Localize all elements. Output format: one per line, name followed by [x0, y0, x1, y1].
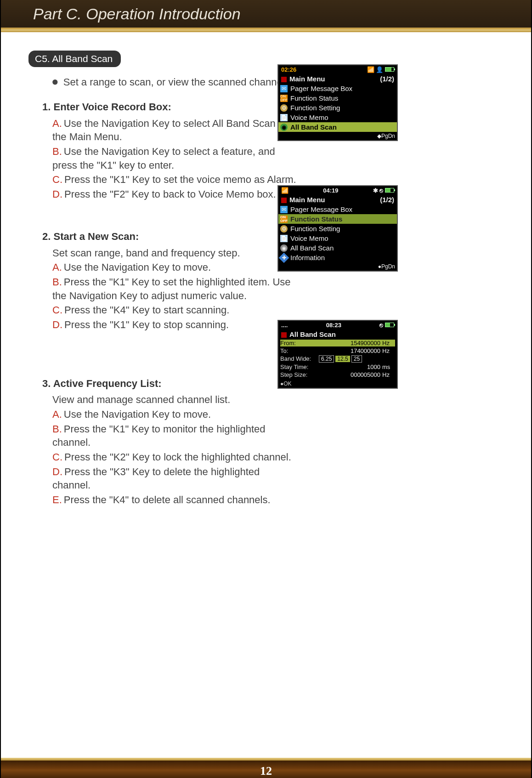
menu-item-func-setting[interactable]: ⚙Function Setting: [278, 224, 397, 233]
menu-item-pager[interactable]: ✉Pager Message Box: [278, 84, 397, 93]
step-2-b: B.Press the "K1" Key to set the highligh…: [52, 275, 300, 302]
info-icon: ✖: [279, 252, 289, 263]
step-1-c: C.Press the "K1" Key to set the voice me…: [52, 173, 300, 187]
step-3-d: D.Press the "K3" Key to delete the highl…: [52, 465, 300, 492]
menu-item-voice-memo[interactable]: 📄Voice Memo: [278, 113, 397, 122]
onoff-icon: ONOFF: [280, 216, 288, 223]
menu-item-pager[interactable]: ✉Pager Message Box: [278, 204, 397, 214]
step-1-heading: 1. Enter Voice Record Box:: [42, 100, 300, 114]
step-3-e: E.Press the "K4" to delete all scanned c…: [52, 493, 300, 507]
step-3-heading: 3. Active Frequency List:: [42, 377, 300, 391]
title-square-icon: [281, 332, 287, 338]
page-number: 12: [1, 764, 531, 778]
status-bar: 02:26 📶 👤: [278, 65, 397, 74]
memo-icon: 📄: [280, 114, 288, 121]
step-2: 2. Start a New Scan: Set scan range, ban…: [42, 230, 300, 332]
step-2-c: C.Press the "K4" Key to start scanning.: [52, 303, 300, 317]
gear-icon: ⚙: [280, 104, 288, 112]
step-2-heading: 2. Start a New Scan:: [42, 230, 300, 244]
screen-title-bar: Main Menu (1/2): [278, 195, 397, 204]
page-content: C5. All Band Scan ● Set a range to scan,…: [1, 32, 531, 507]
screen-title-bar: All Band Scan: [278, 329, 397, 339]
menu-item-voice-memo[interactable]: 📄Voice Memo: [278, 233, 397, 243]
menu-item-func-status[interactable]: ONOFFFunction Status: [278, 93, 397, 103]
status-time: 04:19: [323, 187, 338, 194]
onoff-icon: ONOFF: [280, 95, 288, 102]
step-3-c: C.Press the "K2" Key to lock the highlig…: [52, 450, 300, 464]
step-1-a: A.Use the Navigation Key to select All B…: [52, 117, 300, 144]
step-2-desc: Set scan range, band and frequency step.: [52, 246, 300, 260]
scan-icon: ◉: [280, 124, 288, 131]
memo-icon: 📄: [280, 235, 288, 242]
page-footer: 12: [1, 758, 531, 778]
bw-opt-2[interactable]: 25: [351, 355, 362, 363]
bullet-icon: ●: [51, 75, 59, 89]
screen-title: Main Menu: [289, 75, 325, 83]
screenshot-main-menu-2: 📶 04:19 ✱ ⎋ Main Menu (1/2) ✉Pager Messa…: [277, 185, 398, 272]
menu-item-func-status[interactable]: ONOFFFunction Status: [278, 214, 397, 224]
row-step-size[interactable]: Step Size: 000005000 Hz: [278, 371, 397, 379]
step-1: 1. Enter Voice Record Box: A.Use the Nav…: [42, 100, 300, 201]
step-3-desc: View and manage scanned channel list.: [52, 393, 300, 407]
battery-icon: [385, 323, 394, 327]
section-tag: C5. All Band Scan: [28, 51, 121, 67]
header-title: Part C. Operation Introduction: [33, 5, 241, 23]
status-time: 02:26: [281, 66, 296, 73]
intro-text: Set a range to scan, or view the scanned…: [63, 75, 303, 89]
row-from[interactable]: From: 154900000 Hz: [278, 339, 397, 347]
title-square-icon: [281, 77, 287, 82]
pager-icon: ✉: [280, 206, 288, 213]
pager-icon: ✉: [280, 85, 288, 92]
scan-icon: ◉: [280, 244, 288, 252]
title-square-icon: [281, 198, 287, 203]
ok-hint: ●OK: [278, 379, 397, 388]
battery-icon: [385, 67, 394, 72]
step-1-b: B.Use the Navigation Key to select a fea…: [52, 145, 300, 172]
page-indicator: (1/2): [380, 196, 394, 204]
page-indicator: (1/2): [380, 75, 394, 83]
screen-title-bar: Main Menu (1/2): [278, 74, 397, 84]
bw-opt-0[interactable]: 6.25: [319, 355, 334, 363]
gear-icon: ⚙: [280, 225, 288, 233]
step-3: 3. Active Frequency List: View and manag…: [42, 377, 300, 507]
step-3-a: A.Use the Navigation Key to move.: [52, 408, 300, 421]
step-2-d: D.Press the "K1" Key to stop scanning.: [52, 318, 300, 332]
battery-icon: [385, 188, 394, 193]
pgdn-hint: ◆PgDn: [278, 132, 397, 140]
bw-opt-1[interactable]: 12.5: [335, 355, 350, 363]
section-intro: ● Set a range to scan, or view the scann…: [51, 75, 490, 89]
status-bar: .... 08:23 ⎋: [278, 321, 397, 329]
screenshot-main-menu-1: 02:26 📶 👤 Main Menu (1/2) ✉Pager Message…: [277, 64, 398, 141]
status-bar: 📶 04:19 ✱ ⎋: [278, 186, 397, 195]
step-2-a: A.Use the Navigation Key to move.: [52, 261, 300, 274]
status-signal: 📶: [281, 187, 289, 194]
step-1-d: D.Press the "F2" Key to back to Voice Me…: [52, 187, 300, 201]
step-3-b: B.Press the "K1" Key to monitor the high…: [52, 422, 300, 449]
pgdn-hint: ●PgDn: [278, 262, 397, 271]
menu-item-information[interactable]: ✖Information: [278, 253, 397, 262]
screen-title: All Band Scan: [289, 330, 336, 338]
status-icons: 📶 👤: [367, 66, 394, 73]
row-band-wide[interactable]: Band Wide: 6.25 12.5 25: [278, 355, 397, 363]
status-icons: ⎋: [379, 322, 394, 329]
status-icons: ✱ ⎋: [373, 187, 394, 194]
row-to[interactable]: To: 174000000 Hz: [278, 347, 397, 355]
status-dots: ....: [281, 322, 288, 329]
menu-item-all-band-scan[interactable]: ◉All Band Scan: [278, 243, 397, 253]
menu-item-func-setting[interactable]: ⚙Function Setting: [278, 103, 397, 113]
menu-item-all-band-scan[interactable]: ◉All Band Scan: [278, 122, 397, 132]
page-header: Part C. Operation Introduction: [1, 0, 531, 29]
status-time: 08:23: [326, 322, 341, 329]
row-stay-time[interactable]: Stay Time: 1000 ms: [278, 363, 397, 371]
screen-title: Main Menu: [289, 196, 325, 204]
screenshot-all-band-scan: .... 08:23 ⎋ All Band Scan From: 1549000…: [277, 320, 398, 389]
